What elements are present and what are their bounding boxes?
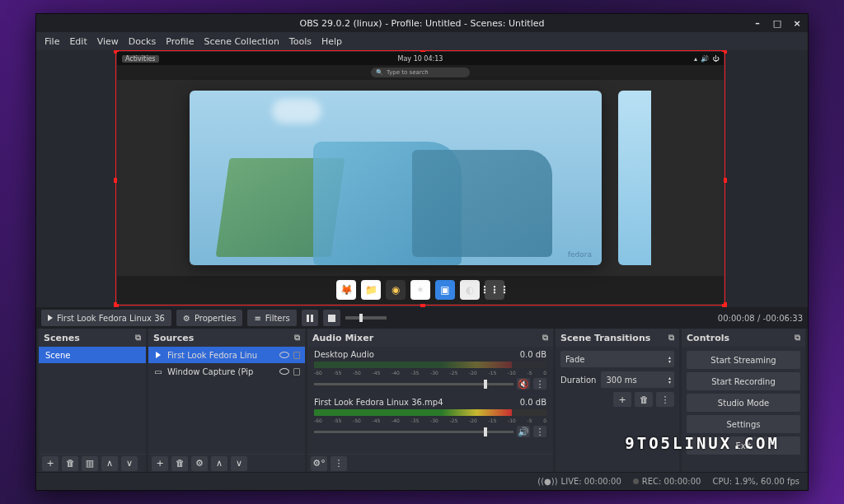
source-label: First Look Fedora Linu: [167, 351, 275, 360]
track-options-button[interactable]: ⋮: [533, 378, 546, 390]
preview-canvas[interactable]: Activities May 10 04:13 ▴ 🔊 ⏻ 🔍 Type to …: [36, 50, 808, 307]
play-icon: [48, 315, 53, 321]
mute-button[interactable]: 🔊: [517, 426, 530, 437]
controls-header: Controls ⧉: [682, 329, 805, 347]
firefox-icon: 🦊: [336, 280, 356, 300]
studio-mode-button[interactable]: Studio Mode: [687, 394, 800, 412]
track-name: Desktop Audio: [314, 350, 374, 359]
volume-slider[interactable]: [314, 383, 513, 385]
stop-icon: [328, 315, 335, 322]
menu-tools[interactable]: Tools: [289, 36, 312, 47]
sources-list[interactable]: First Look Fedora Linu ▭ Window Capture …: [148, 347, 305, 454]
mixer-menu-button[interactable]: ⋮: [331, 456, 347, 471]
settings-icon: ◐: [460, 280, 480, 300]
status-bar: ((●)) LIVE: 00:00:00 REC: 00:00:00 CPU: …: [36, 472, 808, 490]
advanced-audio-button[interactable]: ⚙°: [311, 456, 327, 471]
gnome-search-row: 🔍 Type to search: [117, 65, 724, 80]
popout-icon[interactable]: ⧉: [668, 333, 674, 343]
minimize-button[interactable]: –: [752, 17, 763, 29]
scenes-header: Scenes ⧉: [39, 329, 146, 347]
pause-button[interactable]: [302, 310, 318, 326]
visibility-toggle[interactable]: [279, 368, 289, 375]
popout-icon[interactable]: ⧉: [135, 333, 141, 343]
vu-meter: [314, 362, 546, 368]
source-item[interactable]: First Look Fedora Linu: [148, 347, 305, 363]
sources-toolbar: + 🗑 ⚙ ∧ ∨: [148, 454, 305, 472]
menu-file[interactable]: File: [45, 36, 59, 47]
close-button[interactable]: ×: [791, 17, 803, 29]
remove-scene-button[interactable]: 🗑: [62, 456, 78, 471]
search-icon: 🔍: [376, 69, 383, 76]
transition-duration-input[interactable]: 300 ms ▴▾: [601, 371, 674, 388]
lock-toggle[interactable]: [293, 368, 300, 376]
start-recording-button[interactable]: Start Recording: [687, 372, 800, 390]
stop-button[interactable]: [323, 310, 340, 326]
power-icon: ⏻: [712, 55, 719, 63]
add-scene-button[interactable]: +: [42, 456, 59, 471]
rec-time: REC: 00:00:00: [642, 477, 701, 486]
remove-source-button[interactable]: 🗑: [171, 456, 188, 471]
exit-button[interactable]: Exit: [687, 436, 800, 455]
maximize-button[interactable]: □: [771, 17, 783, 29]
mute-button[interactable]: 🔇: [517, 378, 530, 390]
sources-panel: Sources ⧉ First Look Fedora Linu ▭ Windo…: [148, 329, 305, 472]
window-buttons: – □ ×: [752, 14, 803, 32]
settings-button[interactable]: Settings: [687, 415, 800, 433]
scenes-toolbar: + 🗑 ▥ ∧ ∨: [39, 454, 146, 472]
scene-down-button[interactable]: ∨: [121, 456, 138, 471]
media-timecode: 00:00:08 / -00:06:33: [718, 314, 803, 323]
add-source-button[interactable]: +: [152, 456, 168, 471]
filters-button[interactable]: ≡ Filters: [247, 310, 296, 326]
vu-meter: [314, 409, 546, 416]
scene-filters-button[interactable]: ▥: [82, 456, 98, 471]
popout-icon[interactable]: ⧉: [542, 333, 548, 343]
scenes-panel: Scenes ⧉ Scene + 🗑 ▥ ∧ ∨: [39, 329, 146, 472]
popout-icon[interactable]: ⧉: [294, 333, 300, 343]
menu-profile[interactable]: Profile: [166, 36, 194, 47]
transition-type-combo[interactable]: Fade ▴▾: [560, 351, 674, 367]
menu-view[interactable]: View: [97, 36, 119, 47]
captured-gnome-desktop: Activities May 10 04:13 ▴ 🔊 ⏻ 🔍 Type to …: [117, 52, 724, 304]
scene-item[interactable]: Scene: [39, 347, 146, 363]
gnome-system-tray: ▴ 🔊 ⏻: [694, 55, 719, 63]
volume-slider[interactable]: [314, 431, 513, 433]
menu-scene-collection[interactable]: Scene Collection: [204, 36, 279, 47]
scene-up-button[interactable]: ∧: [101, 456, 118, 471]
source-up-button[interactable]: ∧: [211, 456, 227, 471]
gnome-clock: May 10 04:13: [398, 55, 443, 63]
visibility-toggle[interactable]: [279, 352, 289, 358]
meter-ticks: -60-55-50-45-40-35-30-25-20-15-10-50: [314, 370, 546, 376]
transitions-body: Fade ▴▾ Duration 300 ms ▴▾ + 🗑 ⋮: [556, 347, 679, 472]
window-title: OBS 29.0.2 (linux) - Profile: Untitled -…: [300, 18, 545, 29]
popout-icon[interactable]: ⧉: [795, 333, 800, 343]
scenes-list[interactable]: Scene: [39, 347, 146, 454]
sources-header: Sources ⧉: [148, 329, 305, 347]
media-volume-slider[interactable]: [345, 316, 387, 320]
menu-help[interactable]: Help: [321, 36, 342, 47]
track-options-button[interactable]: ⋮: [533, 426, 546, 437]
menu-docks[interactable]: Docks: [129, 36, 156, 47]
volume-icon: 🔊: [701, 55, 709, 63]
source-properties-button[interactable]: ⚙: [191, 456, 208, 471]
source-item[interactable]: ▭ Window Capture (Pip: [148, 363, 305, 380]
duration-label: Duration: [560, 376, 596, 385]
add-transition-button[interactable]: +: [613, 392, 631, 407]
remove-transition-button[interactable]: 🗑: [635, 392, 653, 407]
files-icon: 📁: [361, 280, 381, 300]
start-streaming-button[interactable]: Start Streaming: [687, 351, 800, 369]
network-icon: ▴: [694, 55, 697, 63]
fedora-watermark: fedora: [568, 250, 592, 259]
gear-icon: ⚙: [183, 314, 190, 323]
mixer-track-desktop: Desktop Audio 0.0 dB -60-55-50-45-40-35-…: [307, 347, 553, 394]
menu-edit[interactable]: Edit: [69, 36, 87, 47]
source-label: Window Capture (Pip: [167, 367, 275, 376]
properties-button[interactable]: ⚙ Properties: [176, 310, 243, 326]
app-window: OBS 29.0.2 (linux) - Profile: Untitled -…: [35, 13, 809, 491]
combo-spinner-icon: ▴▾: [668, 355, 671, 363]
lock-toggle[interactable]: [293, 352, 300, 359]
transition-properties-button[interactable]: ⋮: [656, 392, 674, 407]
source-down-button[interactable]: ∨: [231, 456, 247, 471]
media-play-label[interactable]: First Look Fedora Linux 36: [41, 310, 171, 326]
gnome-workspace-body: fedora: [117, 80, 724, 276]
audio-mixer-panel: Audio Mixer ⧉ Desktop Audio 0.0 dB -60-5…: [307, 329, 553, 472]
